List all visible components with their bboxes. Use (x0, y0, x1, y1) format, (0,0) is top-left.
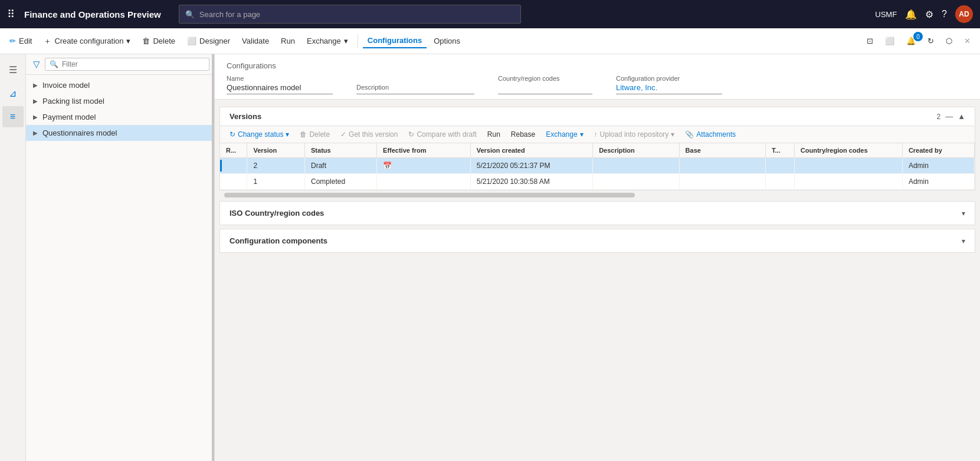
calendar-icon[interactable]: 📅 (383, 162, 392, 170)
provider-field-value[interactable]: Litware, Inc. (616, 83, 722, 94)
col-header-base[interactable]: Base (679, 143, 765, 158)
table-row[interactable]: 2 Draft 📅 5/21/2020 05:21:37 PM Admin (220, 158, 975, 174)
delete-button[interactable]: 🗑 Delete (137, 34, 180, 48)
versions-delete-icon: 🗑 (300, 130, 307, 139)
config-fields-row: Name Questionnaires model Description Co… (227, 75, 968, 94)
create-configuration-button[interactable]: ＋ Create configuration ▾ (39, 34, 135, 49)
configurations-tab[interactable]: Configurations (363, 34, 427, 48)
upload-into-repository-button[interactable]: ↑ Upload into repository ▾ (589, 129, 680, 140)
validate-button[interactable]: Validate (237, 34, 274, 48)
versions-section-header: Versions 2 — ▲ (220, 107, 975, 126)
config-components-section: Configuration components ▾ (219, 229, 975, 253)
compare-with-draft-button[interactable]: ↻ Compare with draft (404, 129, 481, 140)
tree-item-questionnaires-model[interactable]: ▶ Questionnaires model (26, 125, 214, 141)
search-bar[interactable]: 🔍 (179, 5, 521, 24)
cell-country-region (794, 158, 902, 174)
cell-effective-from[interactable]: 📅 (377, 158, 471, 174)
designer-button[interactable]: ⬜ Designer (182, 34, 235, 48)
left-panel: ▽ 🔍 ▶ Invoice model ▶ Packing list model… (26, 54, 215, 461)
tree-item-payment-model[interactable]: ▶ Payment model (26, 109, 214, 125)
versions-count: 2 (936, 113, 940, 121)
cell-created-by: Admin (902, 158, 974, 174)
cell-created-by-2: Admin (902, 174, 974, 190)
sidebar-icon-list[interactable]: ≡ (2, 106, 24, 127)
cell-version-2: 1 (247, 174, 305, 190)
upload-icon: ↑ (594, 130, 598, 139)
settings-icon[interactable]: ⚙ (925, 9, 933, 20)
cell-description (593, 158, 679, 174)
chevron-right-icon: ▶ (33, 98, 38, 104)
chevron-right-icon: ▶ (33, 82, 38, 88)
search-input[interactable] (199, 10, 514, 19)
change-status-button[interactable]: ↻ Change status ▾ (225, 129, 294, 140)
versions-run-button[interactable]: Run (483, 129, 505, 140)
rebase-button[interactable]: Rebase (506, 129, 540, 140)
col-header-created-by[interactable]: Created by (902, 143, 974, 158)
edit-button[interactable]: ✏ Edit (5, 34, 37, 48)
user-avatar[interactable]: AD (955, 5, 973, 23)
cell-effective-from-2 (377, 174, 471, 190)
iso-section-header[interactable]: ISO Country/region codes ▾ (220, 202, 975, 225)
open-new-window-button[interactable]: ⬡ (941, 34, 957, 48)
description-field-value[interactable] (356, 92, 474, 94)
notification-icon[interactable]: 🔔 (905, 9, 917, 20)
col-header-description[interactable]: Description (593, 143, 679, 158)
change-status-dropdown-icon: ▾ (286, 130, 289, 139)
cell-base-2 (679, 174, 765, 190)
close-button[interactable]: ✕ (959, 34, 975, 48)
get-version-icon: ✓ (340, 130, 346, 139)
cell-country-region-2 (794, 174, 902, 190)
create-icon: ＋ (44, 36, 51, 47)
exchange-button[interactable]: Exchange ▾ (302, 34, 353, 48)
tree-item-invoice-model[interactable]: ▶ Invoice model (26, 77, 214, 93)
name-field-group: Name Questionnaires model (227, 75, 333, 94)
left-panel-toolbar: ▽ 🔍 (26, 54, 214, 75)
provider-field-group: Configuration provider Litware, Inc. (616, 75, 722, 94)
refresh-button[interactable]: ↻ (923, 34, 939, 48)
cell-version-created: 5/21/2020 05:21:37 PM (470, 158, 592, 174)
col-header-t[interactable]: T... (766, 143, 795, 158)
collapse-up-icon[interactable]: ▲ (958, 112, 965, 121)
horizontal-scrollbar[interactable] (219, 193, 975, 197)
table-row[interactable]: 1 Completed 5/21/2020 10:30:58 AM Admin (220, 174, 975, 190)
search-icon: 🔍 (185, 10, 195, 19)
versions-delete-button[interactable]: 🗑 Delete (295, 129, 335, 140)
apps-icon[interactable]: ⠿ (7, 8, 15, 21)
app-title: Finance and Operations Preview (24, 9, 161, 19)
col-header-r: R... (220, 143, 247, 158)
side-by-side-button[interactable]: ⬜ (880, 34, 899, 48)
versions-table: R... Version Status Effective from Versi… (220, 143, 975, 190)
versions-section: Versions 2 — ▲ ↻ Change status ▾ 🗑 Delet… (219, 107, 975, 190)
filter-icon[interactable]: ▽ (31, 57, 42, 72)
get-this-version-button[interactable]: ✓ Get this version (336, 129, 402, 140)
help-icon[interactable]: ? (942, 9, 947, 19)
pinned-view-button[interactable]: ⊡ (862, 34, 878, 48)
name-field-label: Name (227, 75, 333, 82)
dropdown-icon: ▾ (126, 37, 130, 45)
tree-item-packing-list-model[interactable]: ▶ Packing list model (26, 93, 214, 109)
expand-collapse-icon[interactable]: — (945, 112, 953, 121)
change-status-icon: ↻ (230, 130, 235, 139)
col-header-version-created[interactable]: Version created (470, 143, 592, 158)
col-header-status[interactable]: Status (305, 143, 377, 158)
sidebar-icon-filter[interactable]: ⊿ (2, 83, 24, 104)
col-header-effective[interactable]: Effective from (377, 143, 471, 158)
col-header-version[interactable]: Version (247, 143, 305, 158)
edit-icon: ✏ (9, 37, 16, 45)
col-header-country-region[interactable]: Country/region codes (794, 143, 902, 158)
run-button[interactable]: Run (276, 34, 300, 48)
iso-section-title: ISO Country/region codes (230, 209, 962, 218)
panel-resize-handle[interactable] (212, 54, 214, 461)
filter-search-box[interactable]: 🔍 (45, 58, 209, 71)
tree-list: ▶ Invoice model ▶ Packing list model ▶ P… (26, 75, 214, 461)
options-button[interactable]: Options (429, 34, 465, 48)
versions-exchange-button[interactable]: Exchange ▾ (541, 129, 588, 140)
config-components-header[interactable]: Configuration components ▾ (220, 229, 975, 252)
filter-input[interactable] (62, 60, 205, 68)
description-field-label: Description (356, 84, 474, 91)
row-indicator-bar (220, 160, 222, 172)
attachments-button[interactable]: 📎 Attachments (680, 129, 740, 140)
sidebar-icon-menu[interactable]: ☰ (2, 59, 24, 80)
top-right-icons: USMF 🔔 ⚙ ? AD (875, 5, 973, 23)
exchange-dropdown-icon: ▾ (344, 37, 348, 45)
